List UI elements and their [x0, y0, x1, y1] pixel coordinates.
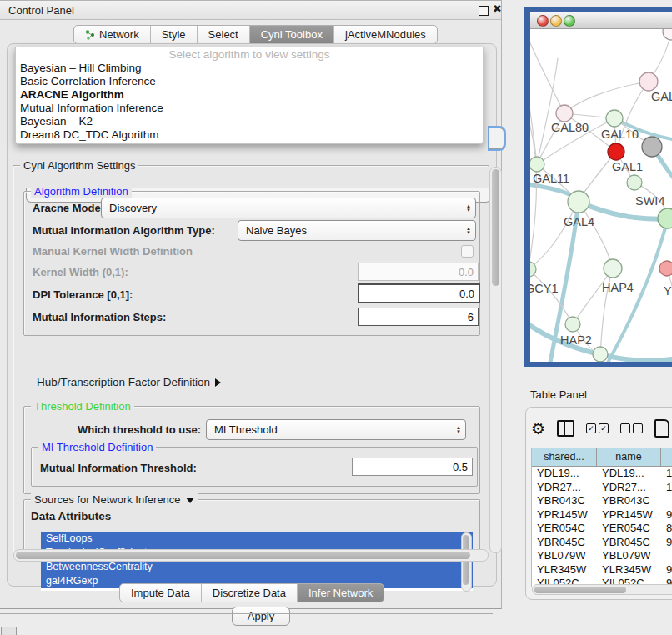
network-node-gal1[interactable]	[627, 175, 642, 190]
manual-kernel-width-checkbox[interactable]	[461, 245, 474, 258]
table-row[interactable]: YBR043CYBR043C	[532, 494, 672, 508]
table-cell: 13	[661, 467, 672, 481]
tab-cyni-toolbox[interactable]: Cyni Toolbox	[250, 26, 334, 43]
node-label-gcy1: GCY1	[530, 282, 559, 295]
checked-boxes-icon[interactable]: ✓✓	[586, 423, 609, 433]
network-node[interactable]	[608, 143, 624, 160]
tab-style[interactable]: Style	[151, 26, 198, 43]
mac-minimize-button[interactable]	[550, 15, 562, 27]
hub-definition-expander[interactable]: Hub/Transcription Factor Definition	[37, 376, 221, 388]
split-pane-icon[interactable]	[557, 420, 574, 437]
network-node[interactable]	[593, 347, 608, 362]
kernel-width-field[interactable]: 0.0	[358, 262, 479, 281]
column-header-name[interactable]: name	[597, 448, 661, 467]
algorithm-option-mutual-information-inference[interactable]: Mutual Information Inference	[16, 102, 483, 115]
network-node[interactable]	[663, 29, 672, 40]
tab-label: Impute Data	[131, 587, 190, 599]
algorithm-option-bayesian-hill-climbing[interactable]: Bayesian – Hill Climbing	[16, 62, 483, 75]
cyni-algorithm-settings-group: Cyni Algorithm Settings Algorithm Defini…	[13, 165, 489, 555]
attribute-item-selfloops[interactable]: SelfLoops	[41, 532, 473, 546]
network-node-gal4[interactable]	[568, 191, 589, 212]
algorithm-option-bayesian-k2[interactable]: Bayesian – K2	[16, 115, 483, 128]
collapsed-corner-button[interactable]	[1, 627, 17, 635]
table-row[interactable]: YDL19...YDL19...13	[532, 467, 672, 481]
tab-jactivemnodules[interactable]: jActiveMNodules	[334, 26, 437, 43]
node-label-y: Y	[664, 284, 672, 298]
table-row[interactable]: YDR27...YDR27...12	[532, 481, 672, 495]
node-table[interactable]: shared...name YDL19...YDL19...13YDR27...…	[531, 448, 672, 588]
table-cell: YDR27...	[597, 481, 661, 495]
bottom-tab-bar: Impute DataDiscretize DataInfer Network	[119, 583, 384, 602]
table-cell	[661, 494, 672, 508]
settings-horizontal-scrollbar[interactable]	[13, 549, 489, 562]
float-window-icon[interactable]	[479, 6, 489, 16]
network-window-titlebar[interactable]	[530, 12, 672, 29]
table-row[interactable]: YPR145WYPR145W9.	[532, 508, 672, 522]
mi-steps-field[interactable]: 6	[358, 308, 479, 326]
network-node-gal10[interactable]	[606, 110, 623, 127]
unchecked-boxes-icon[interactable]	[620, 423, 643, 433]
attribute-item-betweennesscentrality[interactable]: BetweennessCentrality	[41, 560, 473, 574]
table-row[interactable]: YER054CYER054C8.	[532, 522, 672, 536]
tab-network[interactable]: Network	[74, 26, 151, 43]
table-cell: YDL19...	[597, 467, 661, 481]
page-icon[interactable]	[654, 419, 669, 438]
network-node-hap4[interactable]	[604, 259, 622, 278]
network-node-hap2[interactable]	[565, 317, 580, 332]
dpi-tolerance-field[interactable]: 0.0	[358, 283, 480, 303]
window-bottom-divider	[0, 613, 493, 614]
settings-vertical-scrollbar[interactable]	[489, 167, 502, 553]
network-node-y[interactable]	[659, 261, 672, 276]
tab-impute-data[interactable]: Impute Data	[120, 584, 202, 602]
gear-icon[interactable]: ⚙	[531, 419, 545, 438]
apply-button[interactable]: Apply	[232, 607, 290, 626]
threshold-definition-group: Threshold Definition Which threshold to …	[23, 406, 480, 494]
settings-group-title: Cyni Algorithm Settings	[20, 159, 138, 172]
combo-spinner-icon: ▲▼	[452, 426, 465, 434]
table-cell: YER054C	[532, 522, 597, 536]
table-row[interactable]: YBL079WYBL079W	[532, 549, 672, 563]
algorithm-option-aracne-algorithm[interactable]: ARACNE Algorithm	[16, 88, 483, 102]
network-node-gal11[interactable]	[530, 157, 544, 172]
which-threshold-combobox[interactable]: MI Threshold ▲▼	[206, 419, 466, 440]
table-cell: YDL19...	[532, 467, 597, 481]
close-icon[interactable]: ✖	[493, 2, 502, 15]
mi-algorithm-type-combobox[interactable]: Naive Bayes ▲▼	[238, 220, 476, 241]
table-horizontal-scrollbar[interactable]	[532, 584, 672, 595]
tab-discretize-data[interactable]: Discretize Data	[202, 584, 298, 602]
table-cell: YPR145W	[597, 508, 661, 522]
tab-select[interactable]: Select	[198, 26, 250, 43]
top-tab-bar: NetworkStyleSelectCyni ToolboxjActiveMNo…	[73, 25, 438, 44]
network-node-swi4[interactable]	[658, 208, 672, 228]
network-canvas[interactable]: GALGAL80GAL10GAL1SWI4GAL11GAL4GCY1HAP4YH…	[530, 29, 672, 362]
algorithm-dropdown-hint: Select algorithm to view settings	[16, 48, 483, 62]
network-window: GALGAL80GAL10GAL1SWI4GAL11GAL4GCY1HAP4YH…	[530, 12, 672, 362]
combo-spinner-icon: ▲▼	[462, 204, 475, 212]
which-threshold-label: Which threshold to use:	[78, 423, 201, 436]
network-icon	[85, 29, 95, 40]
network-node[interactable]	[642, 137, 662, 157]
mac-close-button[interactable]	[537, 15, 549, 27]
table-body: YDL19...YDL19...13YDR27...YDR27...12YBR0…	[532, 467, 672, 588]
table-row[interactable]: YLR345WYLR345W9.	[532, 563, 672, 578]
algorithm-option-dream8-dc-tdc-algorithm[interactable]: Dream8 DC_TDC Algorithm	[16, 128, 483, 142]
network-node-gal80[interactable]	[556, 105, 573, 122]
mac-zoom-button[interactable]	[564, 15, 575, 27]
tab-label: Network	[99, 28, 139, 41]
node-label-swi4: SWI4	[635, 194, 664, 208]
manual-kernel-width-label: Manual Kernel Width Definition	[33, 245, 193, 258]
table-row[interactable]: YBR045CYBR045C9.	[532, 536, 672, 550]
sources-group-title[interactable]: Sources for Network Inference	[31, 493, 198, 506]
aracne-mode-combobox[interactable]: Discovery ▲▼	[101, 198, 476, 218]
tab-label: Select	[208, 28, 238, 41]
attribute-list-scrollbar[interactable]	[461, 532, 472, 592]
table-cell: 12	[661, 481, 672, 495]
tab-infer-network[interactable]: Infer Network	[298, 584, 384, 602]
node-label-gal4: GAL4	[564, 215, 594, 228]
column-header-shared[interactable]: shared...	[532, 448, 597, 467]
network-node-gal[interactable]	[639, 72, 658, 91]
column-header-extra[interactable]	[661, 448, 672, 467]
tab-label: Infer Network	[308, 587, 373, 599]
algorithm-option-basic-correlation-inference[interactable]: Basic Correlation Inference	[16, 75, 483, 88]
mi-threshold-field[interactable]: 0.5	[352, 458, 473, 476]
